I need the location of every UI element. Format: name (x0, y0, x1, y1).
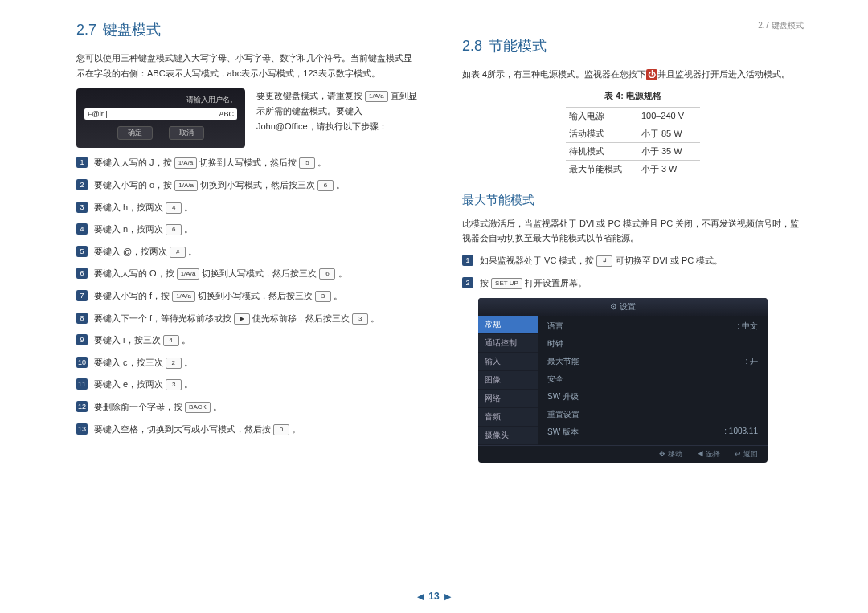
key-icon: # (170, 247, 186, 258)
s27-intro2: 要更改键盘模式，请重复按 1/A/a 直到显示所需的键盘模式。要键入 John@… (256, 88, 418, 133)
sidebar-item: 图像 (478, 371, 538, 390)
settings-sidebar: 常规通话控制输入图像网络音频摄像头 (478, 316, 538, 445)
key-icon: 2 (166, 358, 182, 369)
table-row: 输入电源100–240 V (566, 107, 700, 125)
key-icon: 1/A/a (174, 157, 198, 169)
settings-item: 语言: 中文 (538, 317, 768, 335)
step-item: 要键入 e，按两次 3 。 (76, 378, 418, 392)
next-page-icon[interactable]: ▶ (444, 591, 451, 601)
table-row: 最大节能模式小于 3 W (566, 160, 700, 178)
login-ok-button: 确定 (117, 126, 153, 140)
step-item: 如果监视器处于 VC 模式，按 ↲ 可切换至 DVI 或 PC 模式。 (462, 254, 804, 268)
step-item: 要键入 n，按两次 6 。 (76, 223, 418, 237)
settings-item: SW 升级 (538, 388, 768, 406)
step-item: 要键入 @，按两次 # 。 (76, 245, 418, 260)
login-screenshot: 请输入用户名。 F@ir |ABC 确定 取消 (76, 88, 245, 148)
key-icon: BACK (185, 402, 211, 413)
power-icon: ⏻ (646, 69, 657, 80)
step-item: 要键入小写的 f，按 1/A/a 切换到小写模式，然后按三次 3 。 (76, 289, 418, 304)
key-icon: 3 (315, 291, 331, 302)
step-item: 要键入大写的 J，按 1/A/a 切换到大写模式，然后按 5 。 (76, 156, 418, 170)
running-header: 2.7 键盘模式 (462, 20, 804, 31)
step-item: 按 SET UP 打开设置屏幕。 (462, 276, 804, 291)
settings-item: SW 版本: 1003.11 (538, 423, 768, 441)
table-row: 活动模式小于 85 W (566, 125, 700, 142)
footer-hint: ✥ 移动 (659, 449, 682, 460)
key-icon: 1/A/a (174, 180, 198, 191)
table-caption: 表 4: 电源规格 (462, 90, 804, 102)
max-saving-para: 此模式激活后，当监视器处于 DVI 或 PC 模式并且 PC 关闭，不再发送视频… (462, 216, 804, 246)
settings-item: 安全 (538, 370, 768, 388)
key-icon: 5 (299, 157, 315, 169)
sidebar-item: 音频 (478, 408, 538, 427)
page-number: 13 (428, 591, 439, 602)
step-item: 要键入下一个 f，等待光标前移或按 ▶ 使光标前移，然后按三次 3 。 (76, 312, 418, 326)
page-navigation: ◀ 13 ▶ (0, 591, 868, 602)
key-icon: 6 (319, 268, 335, 280)
section-2-7-heading: 2.7键盘模式 (76, 20, 418, 39)
login-input: F@ir |ABC (84, 108, 237, 120)
step-item: 要键入大写的 O，按 1/A/a 切换到大写模式，然后按三次 6 。 (76, 267, 418, 281)
settings-item: 时钟 (538, 335, 768, 353)
key-icon: ↲ (596, 255, 612, 267)
step-item: 要删除前一个字母，按 BACK 。 (76, 400, 418, 415)
prev-page-icon[interactable]: ◀ (417, 591, 424, 601)
settings-item: 重置设置 (538, 406, 768, 423)
step-item: 要键入 c，按三次 2 。 (76, 356, 418, 370)
key-icon: 3 (352, 313, 368, 325)
login-cancel-button: 取消 (169, 126, 204, 140)
sidebar-item: 通话控制 (478, 334, 538, 353)
s28-step-list: 如果监视器处于 VC 模式，按 ↲ 可切换至 DVI 或 PC 模式。按 SET… (462, 254, 804, 290)
max-saving-heading: 最大节能模式 (462, 193, 804, 208)
step-item: 要键入小写的 o，按 1/A/a 切换到小写模式，然后按三次 6 。 (76, 178, 418, 193)
mode-key-icon: 1/A/a (365, 91, 388, 102)
sidebar-item: 网络 (478, 390, 538, 408)
settings-footer: ✥ 移动◀ 选择↩ 返回 (478, 445, 768, 463)
left-column: 2.7键盘模式 您可以使用三种键盘模式键入大写字母、小写字母、数字和几个符号。当… (76, 20, 418, 463)
key-icon: 6 (317, 180, 334, 191)
settings-screenshot: ⚙ 设置 常规通话控制输入图像网络音频摄像头 语言: 中文时钟最大节能: 开安全… (478, 298, 768, 463)
footer-hint: ◀ 选择 (697, 449, 721, 460)
s27-intro: 您可以使用三种键盘模式键入大写字母、小写字母、数字和几个符号。当前键盘模式显示在… (76, 51, 418, 80)
table-row: 待机模式小于 35 W (566, 142, 700, 160)
key-icon: 6 (166, 224, 182, 235)
step-item: 要键入 i，按三次 4 。 (76, 333, 418, 348)
sidebar-item: 摄像头 (478, 427, 538, 445)
s28-intro: 如表 4所示，有三种电源模式。监视器在您按下⏻并且监视器打开后进入活动模式。 (462, 67, 804, 82)
key-icon: 4 (163, 335, 179, 346)
settings-main: 语言: 中文时钟最大节能: 开安全SW 升级重置设置SW 版本: 1003.11 (538, 316, 768, 445)
step-item: 要键入 h，按两次 4 。 (76, 201, 418, 215)
settings-title: ⚙ 设置 (478, 298, 768, 316)
settings-item: 最大节能: 开 (538, 353, 768, 370)
footer-hint: ↩ 返回 (735, 449, 758, 460)
right-column: 2.7 键盘模式 2.8节能模式 如表 4所示，有三种电源模式。监视器在您按下⏻… (462, 20, 804, 463)
s27-step-list: 要键入大写的 J，按 1/A/a 切换到大写模式，然后按 5 。要键入小写的 o… (76, 156, 418, 436)
step-item: 要键入空格，切换到大写或小写模式，然后按 0 。 (76, 423, 418, 437)
key-icon: 1/A/a (172, 291, 195, 302)
sidebar-item: 输入 (478, 353, 538, 371)
sidebar-item: 常规 (478, 316, 538, 334)
power-spec-table: 输入电源100–240 V活动模式小于 85 W待机模式小于 35 W最大节能模… (566, 107, 700, 178)
key-icon: 4 (166, 202, 182, 214)
key-icon: SET UP (491, 278, 522, 289)
key-icon: 3 (166, 379, 182, 390)
key-icon: ▶ (234, 313, 250, 325)
section-2-8-heading: 2.8节能模式 (462, 36, 804, 55)
key-icon: 0 (273, 424, 289, 435)
key-icon: 1/A/a (177, 268, 200, 280)
login-prompt: 请输入用户名。 (84, 95, 237, 105)
